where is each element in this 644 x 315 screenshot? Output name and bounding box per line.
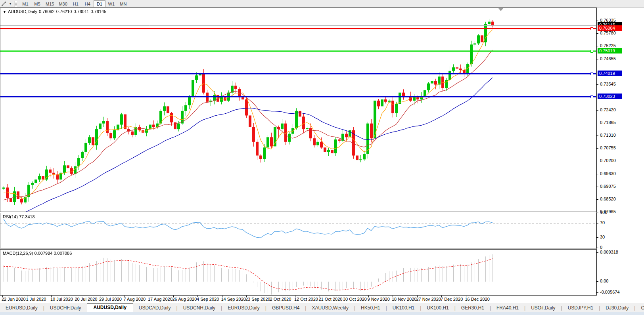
tab-fra40-h1[interactable]: FRA40,H1 — [491, 304, 524, 312]
price-badge: 0.73023 — [598, 94, 622, 99]
price-tick-label: 0.69630 — [600, 171, 616, 176]
tab-audusd-daily[interactable]: AUDUSD,Daily — [87, 303, 133, 312]
candlestick-chart-canvas[interactable] — [0, 8, 596, 212]
tab-usdjpy-h1[interactable]: USDJPY,H1 — [562, 304, 599, 312]
macd-indicator-pane: MACD(12,26,9) 0.007984 0.007086 — [0, 249, 596, 296]
tab-eurusd-daily[interactable]: EURUSD,Daily — [0, 304, 43, 312]
price-tick-label: 0.68520 — [600, 197, 616, 201]
line-studies-icon[interactable] — [0, 0, 8, 7]
date-label: 22 Jun 2020 — [2, 297, 26, 302]
axis-tick-mark — [596, 33, 598, 34]
price-axis: 0.763350.757800.752250.746550.735450.724… — [596, 8, 644, 296]
axis-tick-mark — [596, 237, 598, 238]
price-tick-label: 0.75780 — [600, 31, 616, 35]
price-tick-label: 0.71865 — [600, 120, 616, 125]
tab-xauusd-weekly[interactable]: XAUUSD,Weekly — [306, 304, 354, 312]
date-label: 21 Oct 2020 — [319, 297, 343, 302]
tab-gbpusd-h4[interactable]: GBPUSD,H4 — [266, 304, 305, 312]
hline-endpoint-marker[interactable] — [590, 50, 593, 53]
rsi-axis-label: 70 — [600, 220, 605, 225]
rsi-axis-label: 100 — [600, 210, 607, 215]
axis-tick-mark — [596, 292, 598, 293]
timeframe-toolbar: ▾ M1M5M15M30H1H4D1W1MN — [0, 0, 644, 8]
chart-title: ▼AUDUSD,Daily0.760920.762100.760110.7614… — [3, 9, 106, 14]
axis-tick-mark — [596, 161, 598, 161]
tab-uk100-h1[interactable]: UK100,H1 — [421, 304, 454, 312]
date-label: 7 Aug 2020 — [124, 297, 146, 302]
tab-usdcad-daily[interactable]: USDCAD,Daily — [133, 304, 176, 312]
ohlc-high: 0.76210 — [56, 9, 72, 14]
tab-uk100-h1[interactable]: UK100,H1 — [387, 304, 420, 312]
chevron-down-icon[interactable]: ▾ — [8, 2, 13, 6]
toolbar-grip[interactable] — [14, 1, 17, 7]
date-label: 14 Sep 2020 — [221, 297, 246, 302]
date-label: 30 Oct 2020 — [343, 297, 367, 302]
timeframe-button-M1[interactable]: M1 — [19, 0, 31, 7]
tab-dj30-daily[interactable]: DJ30,Daily — [600, 304, 634, 312]
price-tick-label: 0.74655 — [600, 56, 616, 61]
date-label: 27 Nov 2020 — [416, 297, 441, 302]
price-tick-label: 0.71310 — [600, 133, 616, 137]
date-label: 10 Jul 2020 — [50, 297, 73, 302]
chart-symbol: AUDUSD,Daily — [8, 9, 37, 14]
chart-shift-marker[interactable] — [498, 8, 503, 11]
timeframe-button-M30[interactable]: M30 — [56, 0, 69, 7]
tab-usdcnh-daily[interactable]: USDCNH,Daily — [178, 304, 221, 312]
ohlc-low: 0.76011 — [73, 9, 89, 14]
date-label: 1 Jul 2020 — [26, 297, 46, 302]
price-tick-label: 0.75225 — [600, 43, 616, 48]
macd-axis-label: 0.009318 — [600, 250, 618, 254]
timeframe-button-D1[interactable]: D1 — [94, 0, 105, 7]
symbol-tab-bar: EURUSD,Daily|USDCHF,DailyAUDUSD,DailyUSD… — [0, 303, 644, 312]
ohlc-open: 0.76092 — [39, 9, 55, 14]
axis-tick-mark — [596, 213, 598, 213]
rsi-label: RSI(14) 77.3418 — [3, 214, 35, 219]
date-label: 9 Nov 2020 — [368, 297, 390, 302]
macd-chart-canvas[interactable] — [0, 250, 596, 295]
axis-tick-mark — [596, 281, 598, 282]
main-chart-pane: ▼AUDUSD,Daily0.760920.762100.760110.7614… — [0, 8, 596, 212]
timeframe-button-M5[interactable]: M5 — [31, 0, 43, 7]
axis-tick-mark — [596, 136, 598, 136]
tab-hk50-h1[interactable]: HK50,H1 — [355, 304, 386, 312]
axis-tick-mark — [596, 187, 598, 187]
symbol-caret-icon[interactable]: ▼ — [3, 10, 6, 14]
ohlc-close: 0.76145 — [90, 9, 106, 14]
date-label: 23 Sep 2020 — [245, 297, 270, 302]
tab-china300-h1[interactable]: CHINA300,H1 — [635, 304, 644, 312]
axis-tick-mark — [596, 212, 598, 212]
price-badge: 0.76004 — [598, 25, 622, 31]
axis-tick-mark — [596, 223, 598, 223]
timeframe-button-M15[interactable]: M15 — [43, 0, 56, 7]
timeframe-button-MN[interactable]: MN — [117, 0, 129, 7]
hline-endpoint-marker[interactable] — [590, 73, 593, 75]
price-tick-label: 0.73545 — [600, 82, 616, 86]
hline-endpoint-marker[interactable] — [590, 95, 593, 98]
date-label: 16 Dec 2020 — [465, 297, 490, 302]
hline-endpoint-marker[interactable] — [590, 27, 593, 30]
status-strip — [0, 312, 644, 315]
tab-ger30-h1[interactable]: GER30,H1 — [456, 304, 490, 312]
timeframe-button-H1[interactable]: H1 — [70, 0, 82, 7]
date-label: 7 Dec 2020 — [441, 297, 463, 302]
timeframe-buttons: M1M5M15M30H1H4D1W1MN — [19, 0, 129, 7]
axis-tick-mark — [596, 199, 598, 200]
date-label: 20 Jul 2020 — [75, 297, 98, 302]
timeframe-button-W1[interactable]: W1 — [105, 0, 117, 7]
price-tick-label: 0.70200 — [600, 158, 616, 163]
axis-tick-mark — [596, 84, 598, 85]
axis-tick-mark — [596, 174, 598, 174]
macd-axis-label: -0.005674 — [600, 290, 620, 294]
tab-usoil-daily[interactable]: USOil,Daily — [525, 304, 561, 312]
price-tick-label: 0.69075 — [600, 184, 616, 189]
rsi-chart-canvas[interactable] — [0, 213, 596, 248]
tab-eurusd-daily[interactable]: EURUSD,Daily — [222, 304, 265, 312]
price-badge: 0.75019 — [598, 48, 622, 53]
tab-usdchf-daily[interactable]: USDCHF,Daily — [44, 304, 87, 312]
date-label: 2 Oct 2020 — [270, 297, 291, 302]
rsi-indicator-pane: RSI(14) 77.3418 — [0, 213, 596, 248]
macd-axis-label: 0.00 — [600, 279, 608, 283]
timeframe-button-H4[interactable]: H4 — [82, 0, 94, 7]
date-label: 4 Sep 2020 — [197, 297, 219, 302]
axis-tick-mark — [596, 21, 598, 21]
